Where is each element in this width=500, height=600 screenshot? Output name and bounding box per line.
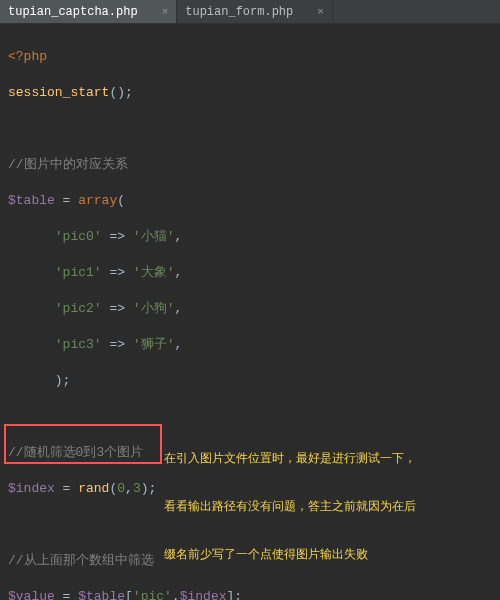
code-line: 'pic1' => '大象', — [8, 264, 492, 282]
tab-form[interactable]: tupian_form.php × — [177, 0, 333, 23]
code-line — [8, 408, 492, 426]
close-icon[interactable]: × — [317, 6, 324, 18]
close-icon[interactable]: × — [162, 6, 169, 18]
code-line: session_start(); — [8, 84, 492, 102]
tab-label: tupian_captcha.php — [8, 5, 138, 19]
code-line: $value = $table['pic'.$index]; — [8, 588, 492, 600]
tab-bar: tupian_captcha.php × tupian_form.php × — [0, 0, 500, 24]
code-line: <?php — [8, 48, 492, 66]
code-line: 'pic2' => '小狗', — [8, 300, 492, 318]
code-line: $table = array( — [8, 192, 492, 210]
code-line — [8, 120, 492, 138]
code-line: 'pic3' => '狮子', — [8, 336, 492, 354]
code-line: $index = rand(0,3); — [8, 480, 492, 498]
tab-label: tupian_form.php — [185, 5, 293, 19]
code-line: //随机筛选0到3个图片 — [8, 444, 492, 462]
code-line: 'pic0' => '小猫', — [8, 228, 492, 246]
code-editor[interactable]: <?php session_start(); //图片中的对应关系 $table… — [0, 24, 500, 600]
code-line: //从上面那个数组中筛选 — [8, 552, 492, 570]
tab-captcha[interactable]: tupian_captcha.php × — [0, 0, 177, 23]
code-line — [8, 516, 492, 534]
code-line: //图片中的对应关系 — [8, 156, 492, 174]
code-line: ); — [8, 372, 492, 390]
